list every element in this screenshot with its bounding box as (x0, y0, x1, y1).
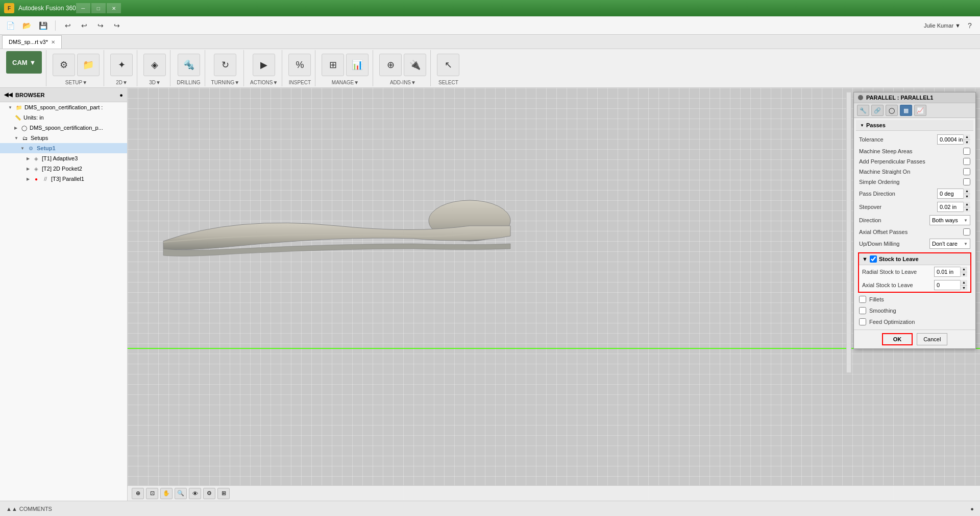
new-button[interactable]: 📄 (4, 19, 16, 32)
addins-btn1[interactable]: ⊕ (379, 54, 402, 76)
stepover-down[interactable]: ▼ (964, 207, 970, 213)
tolerance-down[interactable]: ▼ (964, 140, 970, 145)
save-button[interactable]: 💾 (37, 19, 49, 32)
browser-item-units[interactable]: 📏 Units: in (0, 112, 127, 123)
cancel-button[interactable]: Cancel (917, 333, 947, 345)
comments-arrow[interactable]: ▲▲ (6, 506, 17, 512)
select-btn[interactable]: ↖ (437, 54, 459, 76)
view-btn-settings[interactable]: ⚙ (203, 488, 215, 499)
feed-opt-checkbox[interactable] (859, 318, 866, 325)
redo2-button[interactable]: ↪ (111, 19, 123, 32)
add-perp-checkbox[interactable] (963, 158, 970, 165)
spoon-svg (133, 165, 541, 318)
minimize-button[interactable]: ─ (76, 3, 90, 13)
updown-dropdown[interactable]: Don't care ▼ (929, 239, 970, 249)
stock-section-header[interactable]: ▼ Stock to Leave (859, 253, 970, 265)
browser-item-part[interactable]: ▶ ◯ DMS_spoon_certification_p... (0, 123, 127, 133)
axial-down[interactable]: ▼ (961, 286, 967, 291)
tolerance-up[interactable]: ▲ (964, 134, 970, 140)
2d-btn[interactable]: ✦ (110, 54, 133, 76)
setup-btn2[interactable]: 📁 (77, 54, 100, 76)
3d-label[interactable]: 3D▼ (149, 80, 161, 85)
setup-label[interactable]: SETUP▼ (65, 80, 87, 85)
2d-label[interactable]: 2D▼ (116, 80, 128, 85)
drilling-btn[interactable]: 🔩 (178, 54, 200, 76)
cam-button[interactable]: CAM ▼ (6, 51, 42, 74)
collapse-arrow[interactable]: ◀◀ (4, 91, 12, 98)
top-toolbar: 📄 📂 💾 ↩ ↩ ↪ ↪ Julie Kumar ▼ ? (0, 16, 980, 35)
browser-item-pocket2[interactable]: ▶ ◈ [T2] 2D Pocket2 (0, 163, 127, 174)
pass-dir-up[interactable]: ▲ (964, 189, 970, 194)
simple-ordering-label: Simple Ordering (859, 179, 960, 185)
browser-options[interactable]: ● (119, 92, 123, 98)
setup-btn1[interactable]: ⚙ (53, 54, 75, 76)
axial-offset-checkbox[interactable] (963, 228, 970, 236)
view-btn-eye[interactable]: 👁 (189, 488, 201, 499)
stepover-up[interactable]: ▲ (964, 202, 970, 207)
undo2-button[interactable]: ↩ (78, 19, 90, 32)
browser-item-setups[interactable]: ▼ 🗂 Setups (0, 133, 127, 143)
turning-btn[interactable]: ↻ (214, 54, 236, 76)
file-tab-close[interactable]: ✕ (51, 39, 55, 45)
right-scrollbar[interactable] (846, 92, 851, 373)
radial-down[interactable]: ▼ (961, 272, 967, 277)
help-button[interactable]: ? (964, 19, 976, 32)
smoothing-checkbox[interactable] (859, 307, 866, 314)
browser-item-parallel1[interactable]: ▶ ● // [T3] Parallel1 (0, 174, 127, 184)
stock-enable-checkbox[interactable] (870, 255, 877, 263)
panel-tab-2[interactable]: ◯ (886, 105, 898, 116)
ok-button[interactable]: OK (882, 333, 913, 345)
machine-steep-checkbox[interactable] (963, 148, 970, 155)
panel-tab-1[interactable]: 🔗 (871, 105, 884, 116)
open-button[interactable]: 📂 (20, 19, 33, 32)
view-btn-zoom[interactable]: 🔍 (175, 488, 187, 499)
inspect-btn[interactable]: % (288, 54, 311, 76)
actions-btn[interactable]: ▶ (253, 54, 275, 76)
browser-item-root[interactable]: ▼ 📁 DMS_spoon_certification_part : (0, 102, 127, 112)
file-tab[interactable]: DMS_sp...rt v3* ✕ (2, 35, 62, 49)
panel-tab-4[interactable]: 📈 (914, 105, 926, 116)
view-btn-box[interactable]: ⊡ (146, 488, 158, 499)
manage-btn2[interactable]: 📊 (346, 54, 369, 76)
user-area: Julie Kumar ▼ ? (924, 19, 976, 32)
direction-dropdown[interactable]: Both ways ▼ (929, 215, 970, 225)
panel-tab-3[interactable]: ▦ (900, 105, 912, 116)
fillets-checkbox[interactable] (859, 296, 866, 303)
select-label[interactable]: SELECT (438, 80, 458, 85)
addins-btn2[interactable]: 🔌 (404, 54, 426, 76)
simple-ordering-checkbox[interactable] (963, 178, 970, 185)
comments-label: COMMENTS (19, 506, 52, 512)
user-name[interactable]: Julie Kumar ▼ (924, 22, 961, 29)
browser-item-setup1[interactable]: ▼ ⚙ Setup1 (0, 143, 127, 153)
view-btn-cursor[interactable]: ⊕ (132, 488, 144, 499)
drilling-label[interactable]: DRILLING (177, 80, 200, 85)
panel-dot (858, 95, 863, 100)
manage-label[interactable]: MANAGE▼ (332, 80, 359, 85)
manage-btn1[interactable]: ⊞ (322, 54, 344, 76)
pass-dir-down[interactable]: ▼ (964, 194, 970, 199)
panel-titlebar: PARALLEL : PARALLEL1 (854, 92, 975, 103)
close-button[interactable]: ✕ (107, 3, 121, 13)
expand-arrow-parallel1: ▶ (27, 177, 30, 181)
addins-label[interactable]: ADD-INS▼ (390, 80, 416, 85)
panel-tab-0[interactable]: 🔧 (857, 105, 869, 116)
browser-item-adaptive3[interactable]: ▶ ◈ [T1] Adaptive3 (0, 153, 127, 163)
view-btn-grid[interactable]: ⊞ (217, 488, 230, 499)
statusbar-options[interactable]: ● (970, 506, 974, 512)
actions-label[interactable]: ACTIONS▼ (250, 80, 278, 85)
axial-up[interactable]: ▲ (961, 280, 967, 286)
stepover-row: Stepover ▲ ▼ (856, 200, 973, 214)
passes-section-header[interactable]: ▼ Passes (856, 120, 973, 131)
inspect-label[interactable]: INSPECT (289, 80, 311, 85)
cam-section: CAM ▼ (2, 50, 46, 86)
maximize-button[interactable]: □ (91, 3, 106, 13)
app-icon: F (4, 3, 14, 13)
turning-label[interactable]: TURNING▼ (211, 80, 239, 85)
radial-up[interactable]: ▲ (961, 267, 967, 272)
view-btn-pan[interactable]: ✋ (160, 488, 173, 499)
3d-btn[interactable]: ◈ (143, 54, 166, 76)
expand-arrow-root: ▼ (8, 105, 12, 110)
redo-button[interactable]: ↪ (94, 19, 107, 32)
machine-straight-checkbox[interactable] (963, 168, 970, 175)
undo-button[interactable]: ↩ (62, 19, 74, 32)
